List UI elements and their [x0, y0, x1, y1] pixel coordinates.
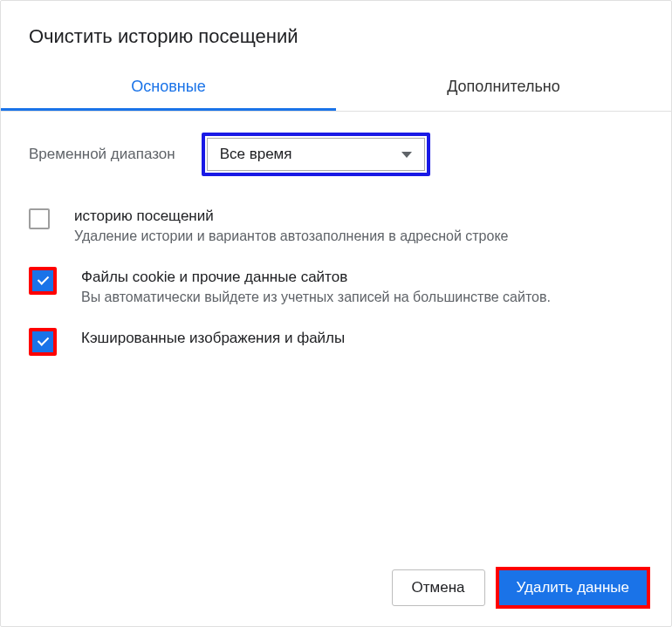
confirm-highlight: Удалить данные [496, 567, 650, 609]
option-cookies: Файлы cookie и прочие данные сайтов Вы а… [29, 269, 643, 305]
tabs: Основные Дополнительно [1, 65, 671, 112]
checkbox-cookies[interactable] [29, 267, 57, 295]
option-history: историю посещений Удаление истории и вар… [29, 208, 643, 244]
option-desc: Удаление истории и вариантов автозаполне… [74, 228, 508, 244]
time-range-value: Все время [220, 146, 292, 163]
dialog-footer: Отмена Удалить данные [392, 567, 650, 609]
time-range-highlight: Все время [202, 133, 430, 176]
confirm-button[interactable]: Удалить данные [499, 570, 647, 605]
option-desc: Вы автоматически выйдете из учетных запи… [81, 290, 551, 305]
cancel-button[interactable]: Отмена [392, 569, 485, 606]
dialog-title: Очистить историю посещений [29, 25, 643, 48]
check-icon [37, 336, 49, 348]
time-range-select[interactable]: Все время [207, 138, 425, 171]
checkbox-history[interactable] [29, 208, 50, 229]
tab-advanced[interactable]: Дополнительно [336, 65, 671, 111]
option-cache: Кэшированные изображения и файлы [29, 330, 643, 356]
option-title: историю посещений [74, 208, 508, 225]
option-title: Файлы cookie и прочие данные сайтов [81, 269, 551, 286]
checkbox-cache[interactable] [29, 328, 57, 356]
option-title: Кэшированные изображения и файлы [81, 330, 345, 347]
chevron-down-icon [401, 152, 412, 158]
time-range-label: Временной диапазон [29, 146, 175, 163]
tab-basic[interactable]: Основные [1, 65, 336, 111]
check-icon [37, 275, 49, 287]
